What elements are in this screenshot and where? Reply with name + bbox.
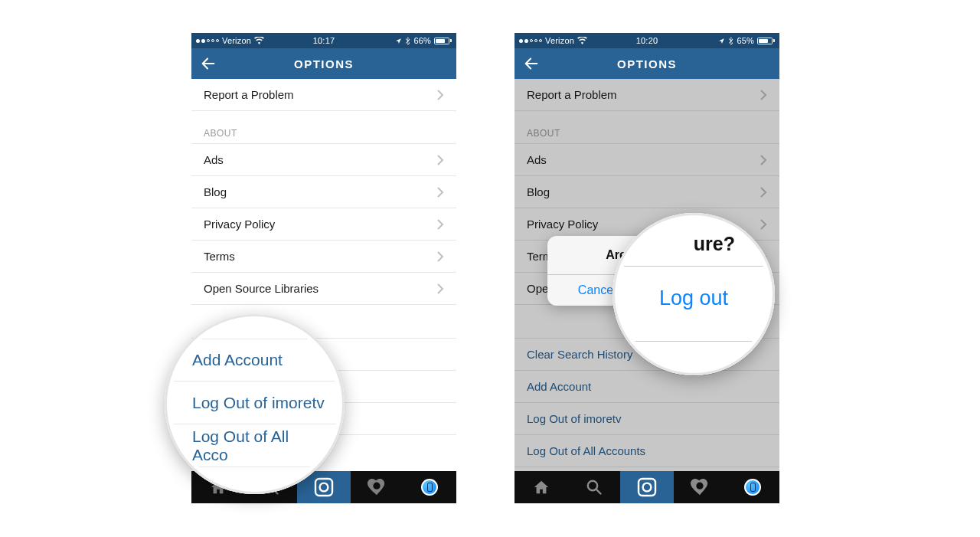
magnifier-row-logout-current: Log Out of imoretv [171,381,338,424]
wifi-icon [254,37,264,44]
back-button[interactable] [522,54,541,73]
bluetooth-icon [405,37,410,45]
row-label: Ads [204,153,437,166]
signal-dots-icon [519,39,542,43]
chevron-right-icon [437,251,444,262]
tab-search[interactable] [567,471,620,503]
callout-magnifier-left: Add Account Log Out of imoretv Log Out o… [165,314,345,494]
row-privacy[interactable]: Privacy Policy [191,208,456,241]
chevron-right-icon [437,219,444,230]
tab-camera[interactable] [620,471,673,503]
svg-point-3 [374,483,381,490]
row-label: Blog [204,185,437,198]
tab-bar [514,471,779,503]
location-icon [718,38,725,44]
tab-home[interactable] [514,471,567,503]
profile-badge-icon [421,479,438,496]
nav-title: OPTIONS [294,57,354,70]
clock-label: 10:20 [636,36,658,45]
tab-profile[interactable] [727,471,779,503]
nav-bar: OPTIONS [191,48,456,79]
location-icon [395,38,402,44]
status-bar: Verizon 10:20 65% [514,33,779,48]
callout-magnifier-right: ure? Log out [612,213,775,375]
battery-icon [434,38,452,44]
row-label: Terms [204,250,437,263]
nav-title: OPTIONS [617,57,677,70]
row-terms[interactable]: Terms [191,241,456,273]
chevron-right-icon [437,90,444,100]
chevron-right-icon [437,283,444,294]
tab-activity[interactable] [351,471,403,503]
chevron-right-icon [437,187,444,198]
bluetooth-icon [728,37,733,45]
magnifier-row-logout-all: Log Out of All Acco [171,424,338,467]
row-open-source[interactable]: Open Source Libraries [191,273,456,305]
row-blog[interactable]: Blog [191,176,456,208]
battery-percent-label: 66% [413,36,431,45]
svg-rect-5 [639,479,655,496]
profile-badge-icon [744,479,761,496]
tab-activity[interactable] [674,471,727,503]
battery-percent-label: 65% [737,36,754,45]
row-ads[interactable]: Ads [191,144,456,176]
svg-rect-1 [315,479,332,496]
section-header-about: ABOUT [191,110,456,144]
signal-dots-icon [196,39,219,43]
row-label: Privacy Policy [204,218,437,231]
svg-point-2 [320,483,328,492]
magnifier-confirm-button: Log out [619,267,769,341]
clock-label: 10:17 [313,36,335,45]
magnifier-row-add-account: Add Account [171,339,338,381]
carrier-label: Verizon [222,36,251,45]
row-label: Open Source Libraries [204,282,437,295]
battery-icon [757,38,775,44]
row-report-problem[interactable]: Report a Problem [191,79,456,111]
nav-bar: OPTIONS [514,48,779,79]
back-button[interactable] [199,54,217,73]
carrier-label: Verizon [545,36,574,45]
tab-profile[interactable] [403,471,456,503]
row-label: Report a Problem [204,88,437,101]
status-bar: Verizon 10:17 66% [191,33,456,48]
wifi-icon [577,37,587,44]
chevron-right-icon [437,155,444,165]
svg-point-7 [697,483,704,490]
svg-point-6 [643,483,652,492]
